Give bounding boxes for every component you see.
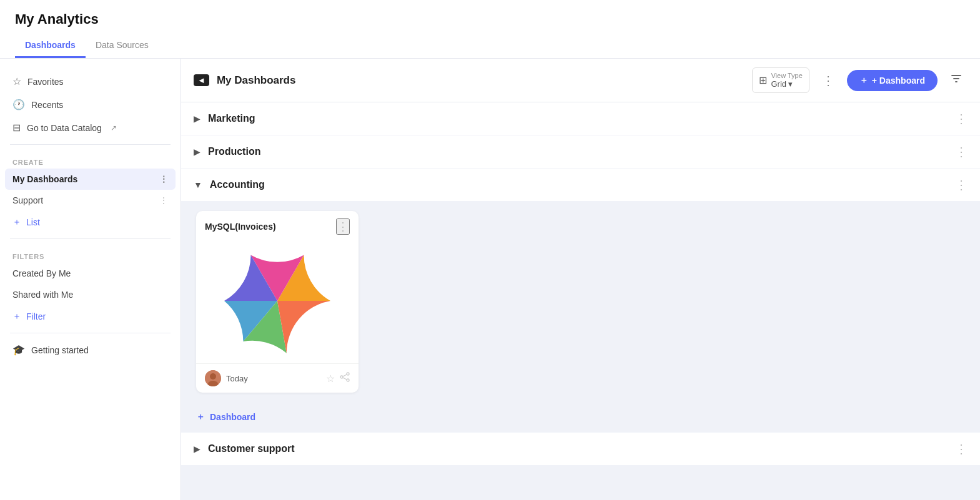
card-user-mysql: Today — [205, 370, 248, 386]
sidebar-item-support[interactable]: Support ⋮ — [0, 190, 181, 211]
add-dashboard-inline-label: Dashboard — [210, 412, 255, 422]
add-filter-button[interactable]: ＋ Filter — [0, 305, 181, 328]
svg-point-4 — [340, 376, 343, 378]
section-name-customer-support: Customer support — [208, 443, 955, 454]
filter-icon-button[interactable] — [945, 70, 968, 91]
chevron-down-icon: ▾ — [788, 79, 793, 89]
card-chart-mysql — [196, 238, 359, 363]
sidebar-label-my-dashboards: My Dashboards — [12, 174, 77, 184]
share-button-mysql[interactable] — [340, 372, 350, 385]
plus-icon-inline: ＋ — [196, 411, 205, 423]
tab-data-sources[interactable]: Data Sources — [86, 35, 159, 58]
avatar-mysql — [205, 370, 221, 386]
clock-icon: 🕐 — [12, 99, 25, 110]
section-marketing[interactable]: ▶ Marketing ⋮ — [181, 102, 980, 135]
sidebar-item-recents[interactable]: 🕐 Recents — [0, 93, 181, 116]
chevron-down-accounting: ▼ — [194, 180, 202, 190]
view-type-value: Grid ▾ — [771, 79, 802, 89]
main-content: ◄ My Dashboards ⊞ View Type Grid ▾ ⋮ ＋ +… — [181, 59, 980, 500]
pie-chart — [224, 248, 330, 354]
sidebar-label-favorites: Favorites — [27, 77, 64, 87]
chevron-right-marketing: ▶ — [194, 114, 200, 124]
card-title-mysql: MySQL(Invoices) — [205, 222, 276, 232]
sidebar-divider-1 — [10, 144, 171, 145]
add-dashboard-inline-button[interactable]: ＋ Dashboard — [181, 403, 980, 431]
add-list-label: List — [26, 217, 40, 227]
section-name-production: Production — [208, 146, 955, 157]
external-link-icon: ↗ — [111, 124, 117, 132]
sidebar: ☆ Favorites 🕐 Recents ⊟ Go to Data Catal… — [0, 59, 181, 500]
more-icon-my-dashboards[interactable]: ⋮ — [159, 174, 168, 184]
main-title: My Dashboards — [217, 74, 745, 87]
sidebar-item-getting-started[interactable]: 🎓 Getting started — [0, 338, 181, 361]
chevron-right-production: ▶ — [194, 147, 200, 157]
svg-point-1 — [210, 373, 216, 380]
more-icon-accounting[interactable]: ⋮ — [955, 177, 968, 192]
header-more-button[interactable]: ⋮ — [817, 71, 839, 91]
dashboards-icon: ◄ — [194, 74, 209, 86]
favorite-button-mysql[interactable]: ☆ — [326, 372, 335, 385]
avatar-image — [205, 370, 221, 386]
sidebar-divider-3 — [10, 333, 171, 333]
card-footer-mysql: Today ☆ — [196, 363, 359, 393]
view-type-label: View Type — [771, 72, 802, 79]
add-dashboard-label: + Dashboard — [872, 76, 925, 86]
filter-created-by-me[interactable]: Created By Me — [0, 263, 181, 284]
section-production[interactable]: ▶ Production ⋮ — [181, 135, 980, 169]
view-type-button[interactable]: ⊞ View Type Grid ▾ — [752, 67, 809, 93]
section-customer-support[interactable]: ▶ Customer support ⋮ — [181, 432, 980, 465]
main-header: ◄ My Dashboards ⊞ View Type Grid ▾ ⋮ ＋ +… — [181, 59, 980, 102]
filters-section-label: FILTERS — [0, 244, 181, 263]
chevron-right-customer-support: ▶ — [194, 444, 200, 454]
card-date-mysql: Today — [226, 374, 248, 383]
plus-icon-filter: ＋ — [12, 311, 21, 322]
sidebar-label-getting-started: Getting started — [31, 345, 89, 355]
share-icon — [340, 372, 350, 382]
app-header: My Analytics Dashboards Data Sources — [0, 0, 980, 59]
accounting-header[interactable]: ▼ Accounting ⋮ — [181, 169, 980, 201]
sidebar-label-data-catalog: Go to Data Catalog — [27, 123, 102, 133]
graduation-icon: 🎓 — [12, 344, 25, 356]
card-more-button-mysql[interactable]: ⋮ — [336, 218, 350, 235]
card-mysql-invoices: MySQL(Invoices) ⋮ — [196, 211, 359, 393]
add-dashboard-button[interactable]: ＋ + Dashboard — [847, 70, 938, 91]
app-title: My Analytics — [15, 11, 965, 27]
main-layout: ☆ Favorites 🕐 Recents ⊟ Go to Data Catal… — [0, 59, 980, 500]
sidebar-item-data-catalog[interactable]: ⊟ Go to Data Catalog ↗ — [0, 116, 181, 139]
filter-icon — [950, 72, 963, 85]
grid-icon: ⊞ — [759, 74, 767, 86]
sidebar-item-my-dashboards[interactable]: My Dashboards ⋮ — [5, 169, 176, 190]
filter-shared-with-me[interactable]: Shared with Me — [0, 284, 181, 305]
add-list-button[interactable]: ＋ List — [0, 211, 181, 233]
tab-dashboards[interactable]: Dashboards — [15, 35, 86, 58]
section-name-marketing: Marketing — [208, 113, 955, 124]
star-icon: ☆ — [12, 76, 21, 87]
more-icon-customer-support[interactable]: ⋮ — [955, 441, 968, 456]
sidebar-label-recents: Recents — [31, 100, 63, 110]
section-accounting: ▼ Accounting ⋮ MySQL(Invoices) ⋮ — [181, 169, 980, 432]
sidebar-item-favorites[interactable]: ☆ Favorites — [0, 70, 181, 93]
plus-icon-list: ＋ — [12, 217, 21, 228]
more-icon-support[interactable]: ⋮ — [159, 195, 168, 205]
more-icon-marketing[interactable]: ⋮ — [955, 111, 968, 126]
tab-bar: Dashboards Data Sources — [15, 35, 965, 58]
more-icon-production[interactable]: ⋮ — [955, 144, 968, 159]
cards-grid: MySQL(Invoices) ⋮ — [181, 201, 980, 403]
svg-point-5 — [347, 379, 349, 381]
sidebar-divider-2 — [10, 238, 171, 239]
view-type-text: View Type Grid ▾ — [771, 72, 802, 89]
svg-line-6 — [343, 375, 347, 376]
card-header-mysql: MySQL(Invoices) ⋮ — [196, 211, 359, 238]
plus-icon-dashboard: ＋ — [859, 75, 868, 86]
svg-line-7 — [343, 378, 347, 380]
svg-point-3 — [347, 373, 349, 375]
create-section-label: CREATE — [0, 150, 181, 169]
card-actions-mysql: ☆ — [326, 372, 350, 385]
sidebar-label-support: Support — [12, 195, 43, 205]
section-name-accounting: Accounting — [210, 179, 955, 190]
add-filter-label: Filter — [26, 311, 46, 321]
table-icon: ⊟ — [12, 122, 21, 134]
